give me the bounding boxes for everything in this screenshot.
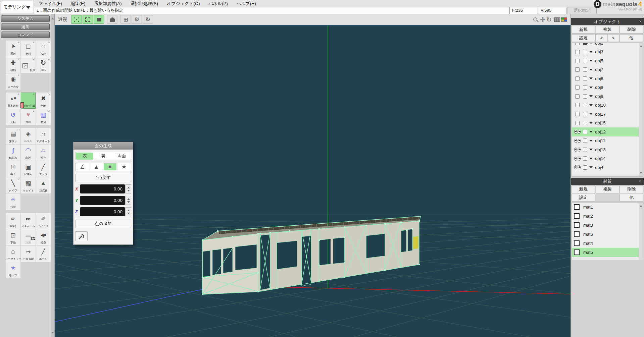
material-row-mat6[interactable]: mat6 [572, 230, 643, 239]
object-row-obj3[interactable]: obj3 [572, 48, 643, 57]
tool-underlay[interactable]: ⊡下絵 [6, 229, 20, 245]
axis-spinner[interactable] [126, 184, 131, 193]
menu-item[interactable]: 選択部処理(S) [126, 0, 162, 7]
tool-face-border[interactable]: H▤面張り [6, 128, 20, 144]
checkbox[interactable] [575, 85, 580, 90]
tool-metaball[interactable]: ∞メタボール [21, 213, 36, 229]
refresh-view-button[interactable]: ↻ [143, 15, 153, 24]
material-row-mat3[interactable]: mat3 [572, 221, 643, 230]
tool-sculpt[interactable]: ✏彫刻 [6, 213, 20, 229]
checkbox[interactable] [583, 94, 587, 99]
checkbox[interactable] [575, 94, 580, 99]
edit-section-header[interactable]: 編集 [1, 23, 50, 30]
menu-item[interactable]: ファイル(F) [34, 0, 66, 7]
view-settings-button[interactable]: ⚙ [132, 15, 142, 24]
next-object-button[interactable]: > [608, 34, 619, 42]
expand-arrow-icon[interactable] [589, 166, 593, 170]
expand-arrow-icon[interactable] [589, 60, 593, 63]
duplicate-material-button[interactable]: 複製 [596, 185, 620, 193]
object-row-obj5[interactable]: obj5 [572, 56, 643, 65]
checkbox[interactable] [575, 103, 580, 107]
tool-tilt[interactable]: ▱傾き [36, 145, 51, 161]
silhouette-display-button[interactable] [107, 15, 117, 24]
tool-bevel[interactable]: ◈ベベル [21, 128, 36, 144]
tab-face-side-2[interactable]: 両面 [113, 153, 131, 160]
spinner-down-icon[interactable] [127, 201, 130, 204]
spinner-up-icon[interactable] [127, 185, 130, 188]
close-icon[interactable]: × [639, 19, 642, 24]
object-other-button[interactable]: 他 [620, 34, 644, 42]
duplicate-object-button[interactable]: 複製 [596, 26, 620, 34]
edge-display-button[interactable] [83, 15, 93, 24]
delete-material-button[interactable]: 削除 [620, 185, 643, 193]
tool-weight[interactable]: ▩ウェイト [21, 177, 36, 193]
checkbox[interactable] [583, 130, 587, 134]
pan-view-icon[interactable]: ✚ [540, 16, 545, 23]
view-mode-label[interactable]: 透視 [58, 16, 67, 22]
single-view-icon[interactable] [554, 17, 560, 22]
object-row-obj17[interactable]: obj17 [572, 110, 643, 119]
visibility-eyes-icon[interactable] [574, 130, 581, 134]
tool-move[interactable]: V✚移動 [6, 57, 20, 73]
object-row-obj8[interactable]: obj8 [572, 83, 643, 92]
checkbox[interactable] [583, 156, 587, 161]
expand-arrow-icon[interactable] [589, 113, 593, 117]
tool-fill-hole[interactable]: ▣穴埋め [21, 161, 36, 177]
checkbox[interactable] [583, 67, 587, 72]
object-row-obj2[interactable]: obj2 [572, 43, 643, 48]
object-settings-button[interactable]: 設定 [572, 34, 596, 42]
material-row-mat1[interactable]: mat1 [572, 203, 643, 212]
checkbox[interactable] [575, 59, 580, 63]
tab-face-side-1[interactable]: 裏 [94, 153, 112, 160]
expand-arrow-icon[interactable] [589, 51, 593, 55]
spinner-up-icon[interactable] [127, 197, 130, 200]
tool-magnet[interactable]: ∩マグネット [36, 128, 51, 144]
checkbox[interactable] [583, 112, 587, 116]
zoom-view-icon[interactable] [533, 17, 537, 21]
expand-arrow-icon[interactable] [589, 131, 593, 134]
tool-material[interactable]: M▦材質 [36, 109, 51, 125]
object-row-obj12[interactable]: obj12 [572, 127, 643, 136]
checkbox[interactable] [575, 112, 580, 116]
checkbox[interactable] [583, 76, 587, 81]
menu-item[interactable]: 選択部属性(A) [90, 0, 126, 7]
checkbox[interactable] [583, 165, 587, 170]
new-material-button[interactable]: 新規 [572, 185, 595, 193]
object-row-obj6[interactable]: obj6 [572, 74, 643, 83]
tool-vertex-color[interactable]: ▲頂点色 [36, 177, 51, 193]
object-list-scrollbar[interactable] [639, 43, 643, 176]
object-row-obj4[interactable]: obj4 [572, 163, 643, 172]
tool-extrude[interactable]: E♥押出 [21, 109, 36, 125]
quad-view-icon[interactable] [561, 17, 567, 22]
spinner-up-icon[interactable] [127, 208, 130, 211]
expand-arrow-icon[interactable] [589, 43, 593, 46]
tool-path-clone[interactable]: ⇝パス複製 [21, 246, 36, 262]
selection-lock-button[interactable]: 選択固定 [567, 7, 597, 14]
tool-local[interactable]: L◉ローカル [6, 73, 20, 90]
angle-icon-button[interactable]: ∠ [76, 163, 89, 170]
checkbox[interactable] [575, 121, 580, 125]
lock-icon[interactable] [583, 43, 587, 45]
menu-item[interactable]: オブジェクト(O) [162, 0, 204, 7]
tab-face-side-0[interactable]: 表 [76, 153, 93, 160]
triangle-icon-button[interactable]: ▲ [90, 163, 103, 170]
object-panel-title[interactable]: オブジェクト × [571, 18, 644, 25]
object-row-obj7[interactable]: obj7 [572, 65, 643, 74]
tool-lasso[interactable]: G◌投縄 [36, 41, 51, 57]
material-other-button[interactable]: 他 [620, 194, 643, 202]
checkbox[interactable] [583, 138, 587, 143]
expand-arrow-icon[interactable] [589, 69, 593, 72]
checkbox[interactable] [583, 85, 587, 90]
tool-bone[interactable]: ╱ボーン [36, 246, 51, 262]
tool-measure[interactable]: ▬EX計測 [21, 229, 36, 245]
add-point-button[interactable]: 点の追加 [75, 220, 131, 228]
visibility-eyes-icon[interactable] [574, 148, 581, 152]
tool-lattice[interactable]: ⊞格子 [6, 161, 20, 177]
vertex-display-button[interactable] [71, 15, 82, 24]
tool-bend[interactable]: ◠曲げ [21, 145, 36, 161]
dialog-settings-button[interactable] [75, 231, 88, 241]
undo-one-button[interactable]: 1つ戻す [75, 174, 131, 182]
command-section-header[interactable]: コマンド [1, 32, 50, 38]
tool-normal[interactable]: ✳法線 [6, 194, 20, 210]
tool-morph[interactable]: ★モーフ [6, 262, 20, 278]
